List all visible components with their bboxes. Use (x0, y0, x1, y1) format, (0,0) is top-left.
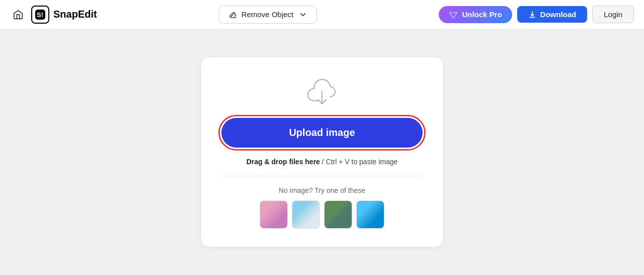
header-center: Remove Object (219, 6, 317, 24)
divider (221, 176, 423, 176)
svg-text:S!: S! (37, 11, 43, 19)
diamond-icon (449, 10, 458, 19)
logo-text: SnapEdit (53, 9, 97, 20)
eraser-icon (228, 10, 237, 19)
sample-image-1[interactable] (260, 200, 288, 229)
sample-image-4[interactable] (356, 200, 384, 229)
drag-drop-rest: / Ctrl + V to paste image (320, 158, 397, 166)
login-button[interactable]: Login (592, 6, 634, 23)
logo-icon: S! (31, 6, 49, 24)
sample-images (260, 200, 384, 229)
download-label: Download (540, 10, 577, 19)
header-right: Unlock Pro Download Login (439, 6, 634, 23)
upload-card: Upload image Drag & drop files here / Ct… (201, 57, 443, 247)
download-icon (528, 11, 536, 19)
sample-image-2[interactable] (292, 200, 320, 229)
remove-object-button[interactable]: Remove Object (219, 6, 317, 24)
main-content: Upload image Drag & drop files here / Ct… (0, 29, 644, 275)
chevron-down-icon (298, 10, 307, 19)
remove-object-label: Remove Object (242, 10, 293, 19)
sample-image-3[interactable] (324, 200, 352, 229)
download-button[interactable]: Download (517, 6, 588, 23)
cloud-upload-icon (306, 78, 338, 106)
unlock-pro-label: Unlock Pro (462, 10, 502, 19)
drag-drop-text: Drag & drop files here / Ctrl + V to pas… (247, 158, 398, 166)
logo[interactable]: S! SnapEdit (31, 6, 97, 24)
home-button[interactable] (10, 7, 26, 23)
try-samples: No image? Try one of these (221, 186, 423, 229)
app-header: S! SnapEdit Remove Object Unlock Pro (0, 0, 644, 29)
unlock-pro-button[interactable]: Unlock Pro (439, 6, 512, 23)
cloud-icon-area (306, 78, 338, 106)
try-samples-label: No image? Try one of these (279, 186, 365, 194)
drag-drop-bold: Drag & drop files here (247, 158, 320, 166)
upload-image-button[interactable]: Upload image (221, 118, 423, 148)
upload-image-label: Upload image (289, 127, 355, 138)
header-left: S! SnapEdit (10, 6, 97, 24)
login-label: Login (604, 10, 622, 19)
